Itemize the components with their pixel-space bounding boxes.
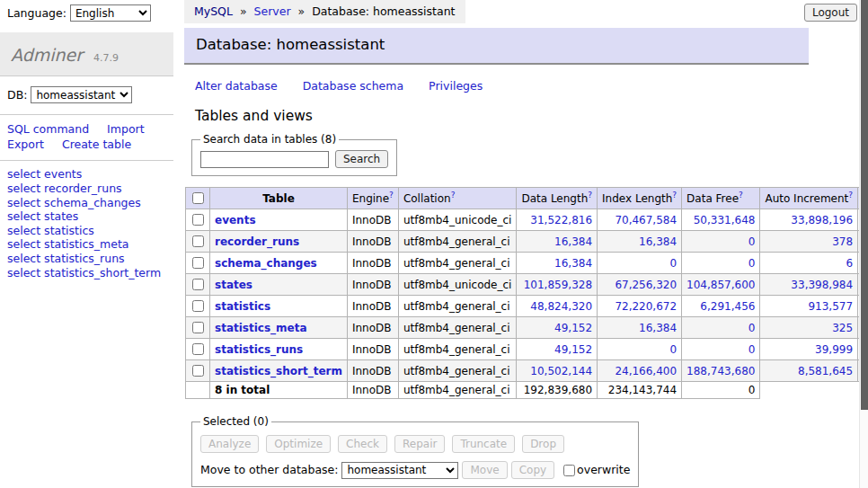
help-icon[interactable]: ? [451,191,456,200]
data-free-link[interactable]: 0 [748,257,756,270]
data-length-link[interactable]: 48,824,320 [530,300,592,313]
index-length-link[interactable]: 16,384 [639,322,677,334]
move-db-label: Move to other database: [200,463,338,476]
sidebar-select-link[interactable]: select statistics_short_term [7,266,166,280]
data-free-link[interactable]: 50,331,648 [694,214,756,226]
import-link[interactable]: Import [107,122,145,136]
breadcrumb: MySQL » Server » Database: homeassistant [184,0,465,23]
sidebar-select-link[interactable]: select recorder_runs [7,182,166,196]
optimize-button[interactable]: Optimize [266,435,331,453]
logout-button[interactable]: Logout [804,4,857,22]
scrollbar-thumb[interactable] [861,0,868,410]
auto-increment-link[interactable]: 6 [846,257,853,270]
sidebar-select-link[interactable]: select statistics_meta [7,238,166,253]
sql-command-link[interactable]: SQL command [7,122,89,136]
app-name[interactable]: Adminer [11,45,83,65]
data-free-link[interactable]: 188,743,680 [686,365,755,377]
data-length-link[interactable]: 31,522,816 [530,214,592,226]
help-icon[interactable]: ? [848,191,853,200]
index-length-link[interactable]: 24,166,400 [615,365,677,377]
data-length-link[interactable]: 10,502,144 [530,365,592,377]
auto-increment-link[interactable]: 913,577 [808,300,853,313]
table-link[interactable]: states [215,279,252,291]
search-input[interactable] [200,151,329,168]
table-row: statistics_meta InnoDB utf8mb4_general_c… [186,317,868,339]
data-free-link[interactable]: 0 [748,343,756,356]
search-fieldset: Search data in tables (8) Search [191,133,397,176]
auto-increment-link[interactable]: 325 [832,322,853,334]
database-schema-link[interactable]: Database schema [303,79,403,93]
page-title: Database: homeassistant [184,28,809,65]
search-legend: Search data in tables (8) [200,133,339,146]
index-length-link[interactable]: 70,467,584 [615,214,677,226]
data-length-link[interactable]: 49,152 [554,322,592,334]
data-free-link[interactable]: 104,857,600 [686,279,755,291]
row-checkbox[interactable] [192,300,204,312]
export-link[interactable]: Export [7,138,44,151]
help-icon[interactable]: ? [672,191,677,200]
copy-button[interactable]: Copy [511,461,554,479]
table-link[interactable]: recorder_runs [215,235,299,248]
data-length-link[interactable]: 101,859,328 [524,279,592,291]
analyze-button[interactable]: Analyze [200,435,259,453]
index-length-link[interactable]: 67,256,320 [615,279,677,291]
overwrite-label: overwrite [577,463,630,476]
drop-button[interactable]: Drop [522,435,564,453]
help-icon[interactable]: ? [739,191,743,200]
row-checkbox[interactable] [192,322,204,333]
breadcrumb-mysql-link[interactable]: MySQL [194,4,233,18]
index-length-link[interactable]: 72,220,672 [615,300,677,313]
language-select[interactable]: English [70,4,151,22]
index-length-link[interactable]: 16,384 [639,235,677,248]
check-button[interactable]: Check [338,435,387,453]
data-free-link[interactable]: 0 [748,322,756,334]
row-checkbox[interactable] [192,279,204,290]
sidebar-select-link[interactable]: select statistics_runs [7,253,166,267]
sidebar-select-link[interactable]: select states [7,210,166,225]
auto-increment-link[interactable]: 8,581,645 [798,365,853,377]
index-length-link[interactable]: 0 [669,257,677,270]
page-scrollbar[interactable] [859,0,868,488]
sidebar-select-link[interactable]: select schema_changes [7,196,166,210]
data-length-link[interactable]: 16,384 [554,257,592,270]
table-link[interactable]: statistics [215,300,270,313]
sidebar-select-link[interactable]: select statistics [7,224,166,238]
table-link[interactable]: events [215,214,256,226]
move-db-select[interactable]: homeassistant [341,462,458,479]
index-length-link[interactable]: 0 [669,343,677,356]
col-index-length: Index Length? [598,188,682,209]
data-length-link[interactable]: 49,152 [554,343,592,356]
sidebar-select-link[interactable]: select events [7,168,166,182]
table-link[interactable]: statistics_runs [215,343,303,356]
auto-increment-link[interactable]: 378 [832,235,853,248]
move-button[interactable]: Move [462,461,507,479]
truncate-button[interactable]: Truncate [452,435,515,453]
help-icon[interactable]: ? [389,191,394,200]
create-table-link[interactable]: Create table [62,138,131,151]
search-button[interactable]: Search [335,150,388,168]
data-free-link[interactable]: 0 [748,235,756,248]
row-checkbox[interactable] [192,257,204,269]
sidebar-table-list: select events select recorder_runs selec… [0,160,173,288]
db-select[interactable]: homeassistant [31,86,132,103]
main-content: MySQL » Server » Database: homeassistant… [184,0,809,488]
overwrite-checkbox[interactable] [563,465,575,476]
repair-button[interactable]: Repair [394,435,445,453]
data-length-link[interactable]: 16,384 [554,235,592,248]
breadcrumb-server-link[interactable]: Server [254,4,291,18]
row-checkbox[interactable] [192,214,204,226]
privileges-link[interactable]: Privileges [429,79,483,93]
row-checkbox[interactable] [192,365,204,377]
row-checkbox[interactable] [192,343,204,355]
select-all-checkbox[interactable] [192,192,204,204]
auto-increment-link[interactable]: 33,898,196 [791,214,853,226]
auto-increment-link[interactable]: 39,999 [815,343,853,356]
auto-increment-link[interactable]: 33,398,984 [791,279,853,291]
table-link[interactable]: statistics_meta [215,322,307,334]
row-checkbox[interactable] [192,235,204,247]
table-link[interactable]: schema_changes [215,257,317,270]
data-free-link[interactable]: 6,291,456 [700,300,755,313]
help-icon[interactable]: ? [588,191,592,200]
alter-database-link[interactable]: Alter database [195,79,278,93]
table-link[interactable]: statistics_short_term [215,365,342,377]
